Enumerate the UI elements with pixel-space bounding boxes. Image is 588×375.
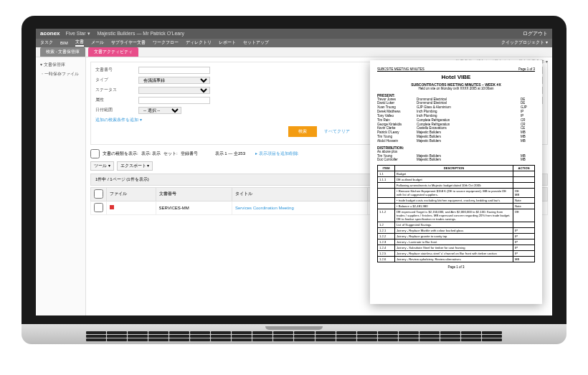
col-title[interactable]: タイトル — [232, 187, 368, 201]
nav-workflow[interactable]: ワークフロー — [153, 39, 179, 46]
add-columns-link[interactable]: ▸ 表示項目を追加/削除 — [255, 151, 298, 157]
col-file[interactable]: ファイル — [107, 187, 156, 201]
pv-footer: Page 1 of 3 — [377, 265, 535, 269]
top-header: aconex Five Star ▾ Majestic Builders — M… — [36, 29, 552, 39]
sidebar-drafts[interactable]: ・一時保存ファイル — [39, 70, 82, 79]
tab-search[interactable]: 検索 - 文書保管庫 — [40, 47, 85, 57]
pv-item-row: 1.2.1Joinery - Replace Marble with colou… — [378, 228, 535, 234]
pv-items-table: ITEM DESCRIPTION ACTION 1.1Budget1.1.1DE… — [377, 165, 535, 262]
row-checkbox[interactable] — [94, 203, 103, 212]
cell-docno: SERVICES-MM — [156, 201, 232, 214]
tool-label4: 登録番号 — [181, 151, 198, 157]
nav-reports[interactable]: レポート — [219, 39, 236, 46]
left-sidebar: ▾ 文書保管庫 ・一時保存ファイル — [36, 57, 86, 315]
select-all-checkbox[interactable] — [90, 149, 100, 158]
cell-title-link[interactable]: Services Coordination Meeting — [235, 206, 294, 210]
sub-tabs: 検索 - 文書保管庫 文書アクティビティ — [36, 47, 552, 57]
pv-date: Held on site on Monday xxth XXXX 2005 at… — [377, 87, 535, 90]
pv-attendee-row: Abdul HusseinMajestic BuildersMB — [377, 139, 535, 143]
pv-item-row: 1.1.1DE outlined budget — [378, 177, 535, 183]
pv-item-row: 1.2.5Joinery - Replace stainless steel '… — [378, 251, 535, 257]
row-select-all[interactable] — [94, 189, 103, 199]
pv-item-row: 1.2.3Joinery - Laminate to Bar frontIP — [378, 239, 535, 245]
tool-label3: セット: — [163, 151, 178, 157]
app-screen: aconex Five Star ▾ Majestic Builders — M… — [36, 29, 552, 315]
select-date[interactable]: -- 選択 -- — [138, 107, 181, 114]
pv-item-row: 1.2.6Joinery - Review upholstery. Review… — [378, 257, 535, 262]
pv-dist-row: Doc ControllerMajestic BuildersMB — [377, 158, 535, 162]
pv-th-desc: DESCRIPTION — [395, 166, 513, 171]
nav-docs[interactable]: 文書 — [75, 39, 84, 47]
project-selector[interactable]: Five Star ▾ — [66, 31, 90, 37]
pv-item-row: 1.2.2Joinery - Replace granite to vanity… — [378, 234, 535, 239]
result-count: 1件中 / 1ページ (1件を表示) — [95, 176, 149, 183]
add-condition-link[interactable]: 追加の検索条件を追加 ▾ — [95, 117, 142, 123]
label-attr: 属性 — [95, 97, 138, 103]
nav-tasks[interactable]: タスク — [40, 39, 53, 46]
pager-label: 表示 1 — 全253 — [215, 151, 245, 157]
tool-dropdown[interactable]: ツール ▾ — [90, 161, 114, 171]
pv-hdr-right: Page 1 of 3 — [518, 67, 535, 71]
org-label: Majestic Builders — Mr Patrick O'Leary — [98, 31, 185, 36]
pv-item-row: • trade budget costs excluding kitchen e… — [378, 198, 535, 204]
nav-help[interactable]: クイックプロジェクト ▾ — [501, 39, 548, 46]
laptop-frame: aconex Five Star ▾ Majestic Builders — M… — [22, 16, 566, 360]
tool-label2: 表示: 表示 — [141, 151, 161, 157]
nav-directory[interactable]: ディレクトリ — [186, 39, 212, 46]
nav-supplier[interactable]: サプライヤー文書 — [111, 39, 146, 46]
search-button[interactable]: 検索 — [288, 126, 317, 137]
tool-label1: 文書の種類を表示: — [103, 151, 138, 157]
label-date: 日付範囲 — [95, 107, 138, 113]
file-icon[interactable] — [110, 205, 114, 209]
logout-link[interactable]: ログアウト — [523, 30, 548, 37]
label-docno: 文書番号 — [95, 67, 138, 73]
tool-export[interactable]: エクスポート ▾ — [117, 161, 153, 171]
pv-th-item: ITEM — [378, 166, 395, 171]
tab-activity[interactable]: 文書アクティビティ — [88, 47, 138, 57]
pv-item-row: 1.2List of Suggested Savings — [378, 222, 535, 228]
pv-title: Hotel VIBE — [377, 74, 535, 80]
select-type[interactable]: 会議議事録 — [138, 77, 210, 84]
clear-link[interactable]: すべてクリア — [324, 128, 350, 135]
select-status[interactable] — [138, 87, 210, 94]
nav-setup[interactable]: セットアップ — [243, 39, 269, 46]
sidebar-header[interactable]: ▾ 文書保管庫 — [39, 60, 82, 70]
input-attr[interactable] — [138, 97, 210, 104]
pv-th-act: ACTION — [513, 166, 535, 171]
nav-bim[interactable]: BIM — [60, 41, 68, 45]
pv-hdr-left: SUBCSITE MEETING MINUTES — [377, 67, 425, 71]
label-status: ステータス — [95, 87, 138, 93]
pv-item-row: 1.2.4Joinery - Substitute Steel for timb… — [378, 245, 535, 251]
pv-item-row: • Balance = $2,481,980Note — [378, 204, 535, 209]
input-docno[interactable] — [138, 67, 210, 74]
pv-item-row: • Remove Kitchen Equipment $158 K (DE to… — [378, 189, 535, 198]
nav-mail[interactable]: メール — [91, 39, 104, 46]
document-preview: SUBCSITE MEETING MINUTES Page 1 of 3 Hot… — [370, 60, 542, 304]
pv-item-row: 1.1.2DE expressed Target is $2,150,000, … — [378, 209, 535, 222]
pv-item-row: Following amendments to Majestic budget … — [378, 183, 535, 189]
label-type: タイプ — [95, 77, 138, 83]
pv-item-row: 1.1Budget — [378, 171, 535, 177]
brand-logo: aconex — [40, 30, 60, 37]
main-nav: タスク BIM 文書 メール サプライヤー文書 ワークフロー ディレクトリ レポ… — [36, 39, 552, 47]
laptop-base — [22, 324, 566, 344]
col-docno[interactable]: 文書番号 — [156, 187, 232, 201]
